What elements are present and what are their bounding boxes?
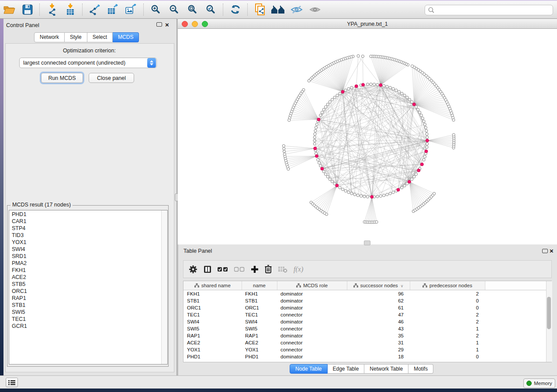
zoom-out-icon[interactable]	[167, 3, 182, 17]
column-header-name[interactable]: name	[242, 281, 277, 290]
graph-hub-node[interactable]	[355, 85, 358, 88]
graph-node[interactable]	[426, 136, 429, 138]
cell[interactable]: TEC1	[242, 311, 277, 318]
cell[interactable]: 2	[410, 318, 485, 325]
mcds-result-item[interactable]: SRD1	[12, 253, 167, 260]
graph-node[interactable]	[423, 123, 426, 126]
graph-node[interactable]	[331, 98, 333, 101]
graph-node[interactable]	[360, 195, 362, 197]
graph-node[interactable]	[315, 123, 318, 126]
cell[interactable]: ORC1	[242, 304, 277, 311]
graph-node[interactable]	[420, 114, 422, 117]
cell[interactable]: 46	[347, 318, 410, 325]
cell[interactable]: 43	[347, 325, 410, 332]
cell[interactable]: RAP1	[183, 332, 242, 339]
cell[interactable]: dominator	[277, 290, 347, 298]
graph-node[interactable]	[318, 162, 320, 164]
graph-node[interactable]	[322, 170, 325, 173]
column-header-successor-nodes[interactable]: successor nodes∨	[347, 281, 410, 290]
graph-node[interactable]	[423, 155, 426, 158]
cell[interactable]: 47	[347, 311, 410, 318]
mcds-result-item[interactable]: PMA2	[12, 260, 167, 267]
graph-hub-node[interactable]	[417, 169, 420, 172]
table-scrollbar-thumb[interactable]	[547, 297, 551, 329]
graph-node[interactable]	[426, 133, 428, 135]
cell[interactable]: SWI5	[183, 325, 242, 332]
show-columns-icon[interactable]	[204, 263, 211, 276]
mcds-result-item[interactable]: TEC1	[12, 316, 167, 323]
graph-hub-node[interactable]	[397, 188, 400, 191]
mcds-result-item[interactable]: STP4	[12, 225, 167, 232]
zoom-fit-icon[interactable]	[185, 3, 200, 17]
cell[interactable]: 96	[347, 290, 410, 298]
cell[interactable]: 1	[410, 325, 485, 332]
memory-button[interactable]: Memory	[523, 378, 555, 388]
graph-node[interactable]	[366, 196, 369, 198]
table-row[interactable]: FKH1FKH1dominator962	[183, 290, 547, 298]
graph-node[interactable]	[408, 98, 411, 101]
cell[interactable]: PHD1	[242, 353, 277, 360]
graph-node[interactable]	[411, 178, 413, 180]
table-row[interactable]: ORC1ORC1dominator610	[183, 304, 547, 311]
open-file-icon[interactable]	[2, 3, 17, 17]
table-row[interactable]: ACE2ACE2connector311	[183, 339, 547, 346]
graph-node[interactable]	[357, 55, 360, 57]
graph-hub-node[interactable]	[408, 180, 411, 183]
zoom-selected-icon[interactable]	[204, 3, 218, 17]
table-row[interactable]: YOX1YOX1connector291	[183, 346, 547, 353]
network-window-titlebar[interactable]: YPA_prune.txt_1	[178, 19, 557, 29]
graph-node[interactable]	[344, 189, 347, 192]
graph-hub-node[interactable]	[379, 83, 382, 86]
mcds-result-item[interactable]: STB5	[12, 281, 167, 288]
cell[interactable]: SWI4	[183, 318, 242, 325]
graph-node[interactable]	[314, 133, 316, 135]
graph-node[interactable]	[403, 184, 406, 187]
tab-network-table[interactable]: Network Table	[364, 364, 408, 374]
graph-node[interactable]	[370, 55, 372, 58]
cell[interactable]: dominator	[277, 332, 347, 339]
mcds-result-item[interactable]: RAP1	[12, 295, 167, 302]
graph-node[interactable]	[333, 96, 336, 99]
tab-select[interactable]: Select	[87, 32, 113, 42]
cell[interactable]: 2	[410, 290, 485, 298]
tab-motifs[interactable]: Motifs	[408, 364, 433, 374]
graph-hub-node[interactable]	[321, 167, 324, 170]
graph-node[interactable]	[313, 142, 316, 145]
save-session-icon[interactable]	[20, 3, 35, 17]
graph-node[interactable]	[339, 92, 341, 95]
graph-hub-node[interactable]	[426, 139, 429, 142]
graph-node[interactable]	[326, 103, 329, 106]
cell[interactable]: connector	[277, 339, 347, 346]
graph-node[interactable]	[386, 193, 388, 196]
graph-node[interactable]	[287, 168, 290, 170]
graph-node[interactable]	[283, 150, 285, 153]
mcds-result-item[interactable]: TID3	[12, 232, 167, 239]
mcds-result-item[interactable]: FKH1	[12, 267, 167, 274]
table-row[interactable]: STB1STB1dominator620	[183, 297, 547, 304]
graph-node[interactable]	[325, 213, 328, 216]
graph-node[interactable]	[329, 178, 331, 180]
graph-node[interactable]	[288, 119, 291, 121]
cell[interactable]: 1	[410, 339, 485, 346]
hide-selected-icon[interactable]	[289, 3, 304, 17]
cell[interactable]: 1	[410, 346, 485, 353]
cell[interactable]: 2	[410, 332, 485, 339]
cell[interactable]: YOX1	[183, 346, 242, 353]
tab-edge-table[interactable]: Edge Table	[328, 364, 365, 374]
graph-node[interactable]	[389, 86, 391, 89]
export-table-icon[interactable]	[106, 3, 121, 17]
graph-node[interactable]	[417, 108, 419, 111]
graph-node[interactable]	[283, 147, 285, 150]
optimization-criterion-select[interactable]: largest connected component (undirected)	[19, 58, 157, 68]
mcds-result-item[interactable]: CAR1	[12, 218, 167, 225]
cell[interactable]: 61	[347, 304, 410, 311]
duplicate-network-icon[interactable]	[253, 3, 267, 17]
graph-node[interactable]	[326, 175, 329, 178]
graph-hub-node[interactable]	[420, 163, 423, 166]
export-image-icon[interactable]	[124, 3, 139, 17]
mcds-result-item[interactable]: ORC1	[12, 288, 167, 295]
control-panel-close-button[interactable]: ×	[165, 21, 169, 29]
cell[interactable]: ACE2	[183, 339, 242, 346]
cell[interactable]: connector	[277, 311, 347, 318]
graph-node[interactable]	[413, 175, 415, 178]
